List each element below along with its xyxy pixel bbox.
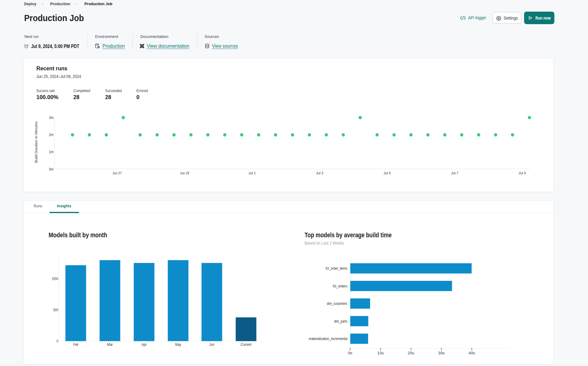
svg-text:Jul 9: Jul 9 (519, 171, 526, 175)
svg-text:dim_parts: dim_parts (334, 319, 348, 323)
svg-text:30s: 30s (438, 351, 445, 355)
svg-text:Mar: Mar (107, 342, 113, 347)
svg-text:dim_customers: dim_customers (327, 301, 347, 306)
svg-text:10s: 10s (377, 351, 384, 355)
svg-text:Build Duration in Minutes: Build Duration in Minutes (34, 121, 38, 163)
svg-text:Jul 3: Jul 3 (316, 171, 323, 175)
svg-text:Jul 7: Jul 7 (451, 171, 458, 175)
svg-text:1m: 1m (49, 150, 54, 154)
svg-text:Jul 5: Jul 5 (383, 171, 391, 175)
svg-text:3m: 3m (49, 116, 54, 120)
svg-text:1000: 1000 (52, 277, 58, 281)
svg-text:Jul 1: Jul 1 (249, 171, 256, 175)
svg-text:Current: Current (241, 342, 252, 347)
svg-text:materialization_incremental: materialization_incremental (309, 337, 348, 341)
svg-text:fct_order_items: fct_order_items (326, 266, 347, 271)
svg-text:Jun 29: Jun 29 (180, 171, 189, 175)
svg-text:Jun: Jun (209, 342, 215, 347)
svg-text:fct_orders: fct_orders (333, 284, 348, 288)
svg-text:Feb: Feb (73, 342, 79, 347)
svg-text:40s: 40s (468, 351, 475, 355)
svg-text:May: May (175, 342, 181, 347)
svg-text:0: 0 (57, 339, 58, 343)
svg-text:Jun 27: Jun 27 (113, 171, 122, 175)
svg-text:2m: 2m (49, 133, 54, 137)
svg-text:500: 500 (53, 308, 58, 312)
svg-text:0m: 0m (49, 167, 54, 172)
svg-text:0m: 0m (348, 351, 352, 355)
svg-text:20s: 20s (408, 351, 414, 355)
svg-text:Apr: Apr (142, 342, 147, 347)
